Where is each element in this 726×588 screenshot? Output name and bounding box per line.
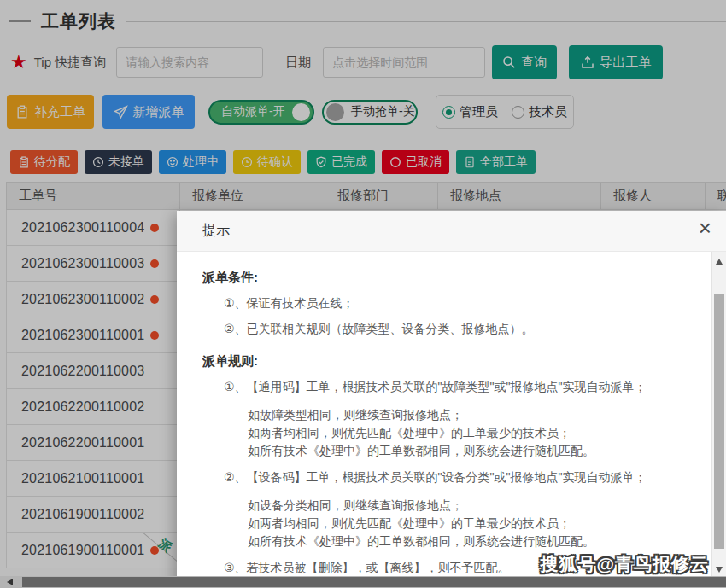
tip-modal: 提示 × 派单条件: ①、保证有技术员在线； ②、已关联相关规则（故障类型、设备… [177, 211, 726, 588]
modal-scrollbar[interactable] [711, 252, 726, 588]
horizontal-scrollbar[interactable] [0, 576, 726, 588]
rule-subitem: 如设备分类相同，则继续查询报修地点； [248, 497, 698, 515]
dispatch-conditions-heading: 派单条件: [202, 269, 698, 286]
rule-item: ②、【设备码】工单，根据技术员关联的"设备分类"或"报修地点"实现自动派单； [224, 469, 698, 486]
modal-body: 派单条件: ①、保证有技术员在线； ②、已关联相关规则（故障类型、设备分类、报修… [177, 252, 711, 588]
rule-subitem: 如故障类型相同，则继续查询报修地点； [248, 406, 698, 424]
modal-title: 提示 [202, 222, 230, 240]
rule-subitem: 如两者均相同，则优先匹配《处理中》的工单最少的技术员； [248, 515, 698, 533]
horizontal-scrollbar-thumb[interactable] [22, 577, 726, 587]
dispatch-rules-heading: 派单规则: [202, 352, 698, 370]
rule-subitem: 如所有技术《处理中》的工单数都相同，则系统会进行随机匹配。 [248, 442, 698, 460]
rule-sublist: 如故障类型相同，则继续查询报修地点； 如两者均相同，则优先匹配《处理中》的工单最… [248, 406, 698, 460]
condition-item: ①、保证有技术员在线； [224, 294, 698, 311]
condition-item: ②、已关联相关规则（故障类型、设备分类、报修地点）。 [224, 320, 698, 337]
rule-subitem: 如两者均相同，则优先匹配《处理中》的工单最少的技术员； [248, 424, 698, 442]
scroll-up-icon[interactable] [716, 259, 723, 265]
close-icon[interactable]: × [699, 217, 711, 239]
scrollbar-thumb[interactable] [714, 294, 724, 549]
rule-subitem: 如所有技术《处理中》的工单数都相同，则系统会进行随机匹配。 [248, 533, 698, 550]
rule-item: ①、【通用码】工单，根据技术员关联的"故障类型"或"报修地点"实现自动派单； [224, 378, 698, 395]
watermark: 搜狐号@青鸟报修云 [541, 552, 709, 576]
rule-sublist: 如设备分类相同，则继续查询报修地点； 如两者均相同，则优先匹配《处理中》的工单最… [248, 497, 698, 550]
scroll-left-icon[interactable] [7, 579, 13, 585]
modal-header: 提示 × [177, 211, 726, 252]
scroll-down-icon[interactable] [716, 567, 723, 573]
